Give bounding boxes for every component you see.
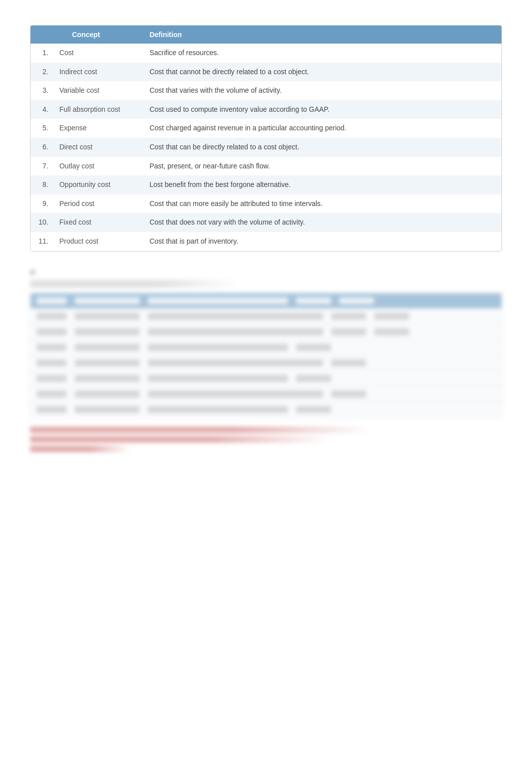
blurred-footer-section	[30, 427, 502, 452]
table-row: 2.Indirect costCost that cannot be direc…	[31, 63, 501, 82]
row-concept: Period cost	[51, 194, 141, 214]
blurred-header-cell-3	[148, 297, 288, 304]
blurred-footer-line-1	[30, 427, 371, 433]
row-concept: Outlay cost	[51, 157, 141, 176]
table-row: 5.ExpenseCost charged against revenue in…	[31, 119, 501, 138]
table-row: 1.CostSacrifice of resources.	[31, 44, 501, 63]
blurred-data-row-2	[31, 324, 501, 340]
blurred-content-section	[30, 270, 502, 418]
row-concept: Variable cost	[51, 81, 141, 100]
table-row: 7.Outlay costPast, present, or near-futu…	[31, 157, 501, 176]
row-definition: Cost that can be directly related to a c…	[141, 138, 501, 157]
row-number: 6.	[31, 138, 51, 157]
table-row: 6.Direct costCost that can be directly r…	[31, 138, 501, 157]
table-row: 11.Product costCost that is part of inve…	[31, 232, 501, 251]
row-definition: Sacrifice of resources.	[141, 44, 501, 63]
row-number: 3.	[31, 81, 51, 100]
row-definition: Cost that varies with the volume of acti…	[141, 81, 501, 100]
blurred-header-cell-1	[37, 297, 67, 304]
row-concept: Opportunity cost	[51, 175, 141, 194]
blurred-table	[30, 293, 502, 418]
table-row: 8.Opportunity costLost benefit from the …	[31, 175, 501, 194]
row-concept: Expense	[51, 119, 141, 138]
row-definition: Cost charged against revenue in a partic…	[141, 119, 501, 138]
row-definition: Cost used to compute inventory value acc…	[141, 100, 501, 119]
blurred-label	[30, 280, 240, 288]
blurred-header-row	[31, 293, 501, 309]
blurred-data-row-4	[31, 355, 501, 371]
row-definition: Lost benefit from the best forgone alter…	[141, 175, 501, 194]
row-concept: Cost	[51, 44, 141, 63]
definition-column-header: Definition	[141, 26, 501, 44]
row-concept: Fixed cost	[51, 213, 141, 232]
blurred-data-row-3	[31, 340, 501, 355]
dot-indicator	[30, 270, 35, 275]
table-row: 9.Period costCost that can more easily b…	[31, 194, 501, 214]
blurred-footer-line-2	[30, 436, 331, 443]
row-definition: Cost that does not vary with the volume …	[141, 213, 501, 232]
row-concept: Full absorption cost	[51, 100, 141, 119]
blurred-data-row-5	[31, 371, 501, 386]
blurred-data-row-6	[31, 386, 501, 402]
row-number: 4.	[31, 100, 51, 119]
row-number: 10.	[31, 213, 51, 232]
row-number: 2.	[31, 63, 51, 82]
blurred-header-cell-2	[75, 297, 140, 304]
concept-column-header: Concept	[31, 26, 141, 44]
table-row: 4.Full absorption costCost used to compu…	[31, 100, 501, 119]
row-definition: Cost that is part of inventory.	[141, 232, 501, 251]
row-concept: Direct cost	[51, 138, 141, 157]
row-number: 8.	[31, 175, 51, 194]
row-number: 11.	[31, 232, 51, 251]
row-number: 7.	[31, 157, 51, 176]
row-concept: Product cost	[51, 232, 141, 251]
blurred-header-cell-4	[296, 297, 331, 304]
table-row: 3.Variable costCost that varies with the…	[31, 81, 501, 100]
blurred-footer-line-3	[30, 446, 130, 452]
concept-definition-table: Concept Definition 1.CostSacrifice of re…	[30, 25, 502, 252]
row-definition: Past, present, or near-future cash flow.	[141, 157, 501, 176]
blurred-data-row-1	[31, 309, 501, 324]
blurred-data-row-7	[31, 402, 501, 417]
row-number: 5.	[31, 119, 51, 138]
row-concept: Indirect cost	[51, 63, 141, 82]
row-number: 1.	[31, 44, 51, 63]
table-row: 10.Fixed costCost that does not vary wit…	[31, 213, 501, 232]
row-number: 9.	[31, 194, 51, 214]
blurred-header-cell-5	[339, 297, 374, 304]
row-definition: Cost that can more easily be attributed …	[141, 194, 501, 214]
row-definition: Cost that cannot be directly related to …	[141, 63, 501, 82]
